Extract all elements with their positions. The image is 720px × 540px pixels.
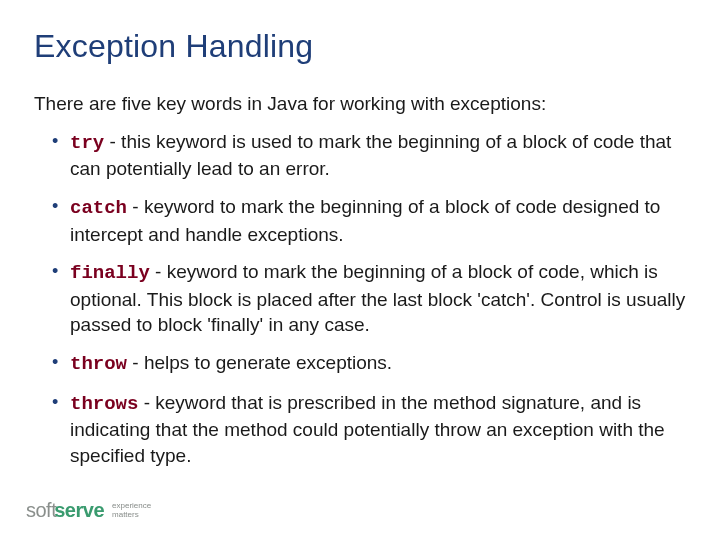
- logo-text: softserve: [26, 499, 104, 522]
- footer-logo: softserve experience matters: [26, 499, 151, 522]
- list-item: throws - keyword that is prescribed in t…: [52, 390, 686, 469]
- intro-text: There are five key words in Java for wor…: [34, 91, 686, 117]
- list-item: finally - keyword to mark the beginning …: [52, 259, 686, 338]
- keyword: catch: [70, 197, 127, 219]
- list-item: catch - keyword to mark the beginning of…: [52, 194, 686, 247]
- keyword: throws: [70, 393, 138, 415]
- slide: Exception Handling There are five key wo…: [0, 0, 720, 540]
- keyword: finally: [70, 262, 150, 284]
- item-desc: - keyword to mark the beginning of a blo…: [70, 261, 685, 335]
- slide-title: Exception Handling: [34, 28, 686, 65]
- logo-serve: serve: [54, 499, 104, 521]
- bullet-list: try - this keyword is used to mark the b…: [34, 129, 686, 469]
- logo-tagline: experience matters: [112, 502, 151, 519]
- item-desc: - keyword that is prescribed in the meth…: [70, 392, 665, 466]
- list-item: try - this keyword is used to mark the b…: [52, 129, 686, 182]
- item-desc: - helps to generate exceptions.: [127, 352, 392, 373]
- item-desc: - keyword to mark the beginning of a blo…: [70, 196, 660, 245]
- tagline-line2: matters: [112, 511, 151, 519]
- list-item: throw - helps to generate exceptions.: [52, 350, 686, 378]
- item-desc: - this keyword is used to mark the begin…: [70, 131, 671, 180]
- logo-soft: soft: [26, 499, 56, 521]
- keyword: throw: [70, 353, 127, 375]
- keyword: try: [70, 132, 104, 154]
